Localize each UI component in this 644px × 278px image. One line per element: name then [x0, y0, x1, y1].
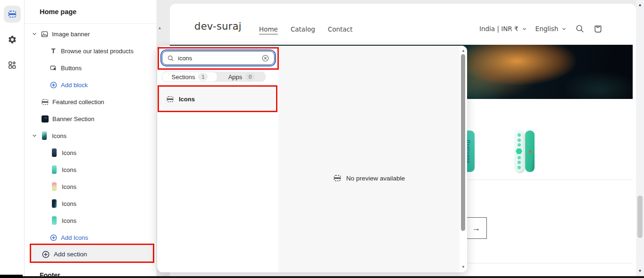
theme-editor-screen: dev-suraj Home Catalog Contact India | I… — [0, 0, 644, 278]
sidebar-item-heading-block[interactable]: T Browse our latest products — [25, 45, 157, 57]
red-dot-motif — [529, 150, 531, 153]
search-icon — [167, 55, 174, 62]
sidebar-item-banner-section[interactable]: Banner Section — [25, 113, 157, 124]
text-icon: T — [49, 47, 58, 55]
nav-contact[interactable]: Contact — [328, 25, 353, 34]
sidebar-item-featured-collection[interactable]: Featured collection — [25, 96, 157, 107]
scroll-down-icon[interactable]: ▼ — [636, 269, 644, 273]
scrollbar-thumb[interactable] — [461, 54, 465, 231]
settings-gear-icon — [8, 35, 17, 44]
plus-circle-icon — [42, 250, 50, 259]
popup-results-panel: icons Sections 1 Apps 0 Icon — [157, 46, 278, 272]
sidebar-item-icons-block[interactable]: Icons — [25, 147, 157, 158]
sidebar-item-image-banner[interactable]: Image banner — [25, 28, 157, 40]
apps-count-badge: 0 — [245, 73, 255, 81]
snowboard-thumbnail — [50, 165, 59, 174]
tab-sections[interactable]: Sections 1 — [162, 72, 217, 82]
sidebar-item-buttons-block[interactable]: Buttons — [25, 62, 157, 74]
nav-home[interactable]: Home — [259, 25, 278, 34]
popup-scrollbar[interactable]: ▲ ▼ — [460, 46, 467, 272]
section-divider — [466, 180, 633, 180]
section-icon — [166, 95, 174, 103]
sidebar-item-icons-block[interactable]: Icons — [25, 181, 157, 192]
sections-panel-button[interactable] — [4, 6, 21, 23]
scroll-down-icon[interactable]: ▼ — [460, 265, 467, 269]
add-block-button[interactable]: Add block — [25, 79, 157, 90]
section-thumbnail — [41, 114, 49, 123]
sections-sidebar: Home page Image banner T Browse our late… — [25, 0, 157, 278]
snowboard-thumbnail — [50, 199, 59, 208]
editor-icon-rail — [0, 0, 25, 278]
nav-catalog[interactable]: Catalog — [291, 25, 315, 34]
search-result-icons[interactable]: Icons — [160, 89, 275, 109]
section-search-input[interactable]: icons — [162, 51, 275, 65]
no-preview-message: No preview available — [278, 174, 460, 182]
sidebar-item-icons-parent[interactable]: Icons — [25, 130, 157, 141]
sidebar-scroll-up-icon[interactable]: ▲ — [158, 26, 162, 30]
page-title: Home page — [25, 0, 157, 24]
cart-icon[interactable] — [593, 24, 603, 34]
store-search-icon[interactable] — [575, 24, 585, 33]
search-query-text[interactable]: icons — [178, 55, 261, 62]
popup-tabs: Sections 1 Apps 0 — [162, 72, 266, 82]
apps-icon — [8, 60, 17, 70]
scroll-up-icon[interactable]: ▲ — [460, 49, 467, 53]
region-selector[interactable]: India | INR ₹ — [479, 25, 527, 33]
product-image-snowboard[interactable] — [514, 131, 524, 172]
section-icon — [41, 98, 49, 106]
plus-circle-icon — [49, 233, 58, 242]
bottom-edge-bar-left — [0, 275, 23, 278]
add-section-popup: icons Sections 1 Apps 0 Icon — [157, 46, 467, 272]
add-icons-button[interactable]: Add Icons — [25, 232, 157, 243]
section-icon — [333, 174, 342, 182]
product-image-snowboard[interactable] — [525, 131, 535, 172]
chevron-down-icon[interactable] — [30, 132, 39, 139]
sidebar-item-icons-block[interactable]: Icons — [25, 164, 157, 175]
store-header-utilities: India | INR ₹ English — [479, 22, 603, 36]
theme-settings-button[interactable] — [4, 31, 21, 48]
bottom-edge-bar — [0, 276, 644, 278]
image-icon — [40, 30, 49, 38]
scroll-up-icon[interactable]: ▲ — [636, 3, 644, 7]
sections-count-badge: 1 — [198, 73, 208, 81]
tab-apps[interactable]: Apps 0 — [217, 72, 266, 82]
section-divider — [466, 263, 633, 263]
scrollbar-thumb[interactable] — [637, 196, 643, 238]
clear-search-icon[interactable] — [261, 54, 269, 62]
apps-panel-button[interactable] — [4, 57, 21, 74]
cursor-button-icon — [49, 64, 58, 72]
chevron-down-icon — [522, 26, 527, 32]
plus-circle-icon — [49, 81, 58, 89]
snowboard-thumbnail — [40, 131, 49, 140]
store-brand[interactable]: dev-suraj — [194, 21, 242, 32]
sidebar-item-icons-block[interactable]: Icons — [25, 215, 157, 226]
snowboard-thumbnail — [50, 148, 59, 157]
add-section-button[interactable]: Add section — [30, 245, 154, 263]
chevron-down-icon — [561, 26, 567, 32]
snowboard-thumbnail — [50, 182, 59, 191]
sections-icon — [8, 9, 17, 19]
language-selector[interactable]: English — [535, 25, 567, 33]
store-nav: Home Catalog Contact — [259, 25, 352, 34]
hexagon-motif — [516, 148, 522, 154]
popup-preview-panel: No preview available ▲ ▼ — [278, 46, 467, 272]
slider-next-button[interactable]: → — [465, 217, 487, 239]
snowboard-thumbnail — [50, 216, 59, 225]
sidebar-item-icons-block[interactable]: Icons — [25, 198, 157, 209]
chevron-down-icon[interactable] — [30, 30, 39, 38]
page-scrollbar[interactable]: ▲ ▼ — [636, 0, 644, 278]
